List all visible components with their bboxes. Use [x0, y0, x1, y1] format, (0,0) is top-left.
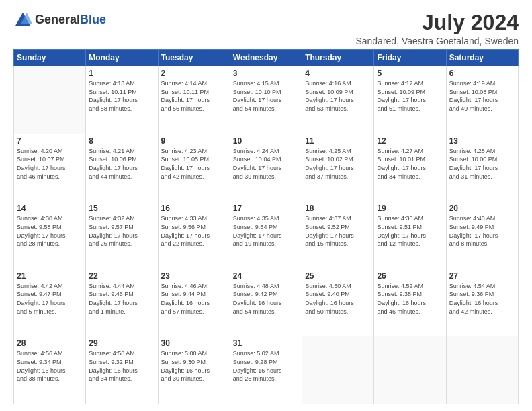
day-info: Sunrise: 4:48 AMSunset: 9:42 PMDaylight:… — [233, 282, 299, 316]
day-info: Sunrise: 4:24 AMSunset: 10:04 PMDaylight… — [233, 147, 299, 181]
day-info: Sunrise: 4:15 AMSunset: 10:10 PMDaylight… — [233, 79, 299, 113]
table-row: 5Sunrise: 4:17 AMSunset: 10:09 PMDayligh… — [374, 66, 446, 134]
table-row: 11Sunrise: 4:25 AMSunset: 10:02 PMDaylig… — [302, 134, 374, 201]
table-row: 8Sunrise: 4:21 AMSunset: 10:06 PMDayligh… — [86, 134, 158, 201]
table-row: 26Sunrise: 4:52 AMSunset: 9:38 PMDayligh… — [374, 269, 446, 336]
table-row: 1Sunrise: 4:13 AMSunset: 10:11 PMDayligh… — [86, 66, 158, 134]
table-row: 30Sunrise: 5:00 AMSunset: 9:30 PMDayligh… — [158, 336, 230, 404]
day-number: 10 — [233, 136, 299, 146]
day-info: Sunrise: 4:13 AMSunset: 10:11 PMDaylight… — [89, 79, 154, 113]
day-number: 8 — [89, 136, 154, 146]
day-info: Sunrise: 4:25 AMSunset: 10:02 PMDaylight… — [305, 147, 371, 181]
table-row — [302, 336, 374, 404]
day-number: 7 — [17, 136, 83, 146]
table-row: 16Sunrise: 4:33 AMSunset: 9:56 PMDayligh… — [158, 201, 230, 269]
day-number: 19 — [377, 203, 443, 213]
day-number: 31 — [233, 338, 299, 348]
day-info: Sunrise: 4:35 AMSunset: 9:54 PMDaylight:… — [233, 214, 299, 248]
calendar-week-row: 1Sunrise: 4:13 AMSunset: 10:11 PMDayligh… — [14, 66, 519, 134]
table-row: 18Sunrise: 4:37 AMSunset: 9:52 PMDayligh… — [302, 201, 374, 269]
day-number: 14 — [17, 203, 83, 213]
day-info: Sunrise: 4:58 AMSunset: 9:32 PMDaylight:… — [89, 349, 154, 383]
day-info: Sunrise: 4:40 AMSunset: 9:49 PMDaylight:… — [449, 214, 515, 248]
day-number: 27 — [449, 271, 515, 281]
table-row: 23Sunrise: 4:46 AMSunset: 9:44 PMDayligh… — [158, 269, 230, 336]
logo-blue: Blue — [80, 13, 106, 26]
day-info: Sunrise: 4:44 AMSunset: 9:46 PMDaylight:… — [89, 282, 154, 316]
col-wednesday: Wednesday — [230, 50, 302, 66]
day-info: Sunrise: 4:16 AMSunset: 10:09 PMDaylight… — [305, 79, 371, 113]
logo-icon — [13, 11, 32, 30]
table-row: 15Sunrise: 4:32 AMSunset: 9:57 PMDayligh… — [86, 201, 158, 269]
day-number: 28 — [17, 338, 83, 348]
logo-general: General — [35, 13, 80, 26]
day-info: Sunrise: 4:23 AMSunset: 10:05 PMDaylight… — [161, 147, 227, 181]
table-row — [374, 336, 446, 404]
col-tuesday: Tuesday — [158, 50, 230, 66]
day-info: Sunrise: 4:52 AMSunset: 9:38 PMDaylight:… — [377, 282, 443, 316]
table-row: 2Sunrise: 4:14 AMSunset: 10:11 PMDayligh… — [158, 66, 230, 134]
title-block: July 2024 Sandared, Vaestra Goetaland, S… — [355, 11, 519, 46]
calendar-week-row: 28Sunrise: 4:56 AMSunset: 9:34 PMDayligh… — [14, 336, 519, 404]
table-row: 31Sunrise: 5:02 AMSunset: 9:28 PMDayligh… — [230, 336, 302, 404]
day-number: 15 — [89, 203, 154, 213]
day-number: 26 — [377, 271, 443, 281]
table-row: 3Sunrise: 4:15 AMSunset: 10:10 PMDayligh… — [230, 66, 302, 134]
day-number: 4 — [305, 68, 371, 78]
day-number: 1 — [89, 68, 154, 78]
day-info: Sunrise: 4:46 AMSunset: 9:44 PMDaylight:… — [161, 282, 227, 316]
day-info: Sunrise: 5:02 AMSunset: 9:28 PMDaylight:… — [233, 349, 299, 383]
day-info: Sunrise: 4:38 AMSunset: 9:51 PMDaylight:… — [377, 214, 443, 248]
table-row: 7Sunrise: 4:20 AMSunset: 10:07 PMDayligh… — [14, 134, 86, 201]
table-row: 6Sunrise: 4:19 AMSunset: 10:08 PMDayligh… — [446, 66, 518, 134]
day-info: Sunrise: 4:20 AMSunset: 10:07 PMDaylight… — [17, 147, 83, 181]
day-info: Sunrise: 4:28 AMSunset: 10:00 PMDaylight… — [449, 147, 515, 181]
table-row: 24Sunrise: 4:48 AMSunset: 9:42 PMDayligh… — [230, 269, 302, 336]
table-row: 9Sunrise: 4:23 AMSunset: 10:05 PMDayligh… — [158, 134, 230, 201]
col-friday: Friday — [374, 50, 446, 66]
table-row: 22Sunrise: 4:44 AMSunset: 9:46 PMDayligh… — [86, 269, 158, 336]
col-sunday: Sunday — [14, 50, 86, 66]
table-row: 25Sunrise: 4:50 AMSunset: 9:40 PMDayligh… — [302, 269, 374, 336]
day-number: 16 — [161, 203, 227, 213]
table-row: 29Sunrise: 4:58 AMSunset: 9:32 PMDayligh… — [86, 336, 158, 404]
main-title: July 2024 — [355, 11, 519, 34]
day-number: 11 — [305, 136, 371, 146]
day-info: Sunrise: 4:56 AMSunset: 9:34 PMDaylight:… — [17, 349, 83, 383]
day-number: 25 — [305, 271, 371, 281]
day-info: Sunrise: 4:42 AMSunset: 9:47 PMDaylight:… — [17, 282, 83, 316]
day-info: Sunrise: 4:50 AMSunset: 9:40 PMDaylight:… — [305, 282, 371, 316]
col-saturday: Saturday — [446, 50, 518, 66]
col-thursday: Thursday — [302, 50, 374, 66]
col-monday: Monday — [86, 50, 158, 66]
page: GeneralBlue July 2024 Sandared, Vaestra … — [0, 0, 532, 411]
day-number: 30 — [161, 338, 227, 348]
table-row: 10Sunrise: 4:24 AMSunset: 10:04 PMDaylig… — [230, 134, 302, 201]
calendar-week-row: 7Sunrise: 4:20 AMSunset: 10:07 PMDayligh… — [14, 134, 519, 201]
header: GeneralBlue July 2024 Sandared, Vaestra … — [13, 11, 519, 46]
day-number: 24 — [233, 271, 299, 281]
day-number: 18 — [305, 203, 371, 213]
table-row — [14, 66, 86, 134]
day-info: Sunrise: 4:32 AMSunset: 9:57 PMDaylight:… — [89, 214, 154, 248]
day-info: Sunrise: 4:14 AMSunset: 10:11 PMDaylight… — [161, 79, 227, 113]
day-number: 2 — [161, 68, 227, 78]
table-row: 4Sunrise: 4:16 AMSunset: 10:09 PMDayligh… — [302, 66, 374, 134]
table-row: 13Sunrise: 4:28 AMSunset: 10:00 PMDaylig… — [446, 134, 518, 201]
day-info: Sunrise: 5:00 AMSunset: 9:30 PMDaylight:… — [161, 349, 227, 383]
table-row: 28Sunrise: 4:56 AMSunset: 9:34 PMDayligh… — [14, 336, 86, 404]
calendar-week-row: 14Sunrise: 4:30 AMSunset: 9:58 PMDayligh… — [14, 201, 519, 269]
table-row: 27Sunrise: 4:54 AMSunset: 9:36 PMDayligh… — [446, 269, 518, 336]
calendar-table: Sunday Monday Tuesday Wednesday Thursday… — [13, 49, 519, 404]
day-number: 3 — [233, 68, 299, 78]
day-info: Sunrise: 4:17 AMSunset: 10:09 PMDaylight… — [377, 79, 443, 113]
day-number: 20 — [449, 203, 515, 213]
day-info: Sunrise: 4:19 AMSunset: 10:08 PMDaylight… — [449, 79, 515, 113]
day-info: Sunrise: 4:54 AMSunset: 9:36 PMDaylight:… — [449, 282, 515, 316]
calendar-week-row: 21Sunrise: 4:42 AMSunset: 9:47 PMDayligh… — [14, 269, 519, 336]
day-number: 13 — [449, 136, 515, 146]
day-number: 6 — [449, 68, 515, 78]
day-number: 17 — [233, 203, 299, 213]
table-row: 14Sunrise: 4:30 AMSunset: 9:58 PMDayligh… — [14, 201, 86, 269]
table-row: 19Sunrise: 4:38 AMSunset: 9:51 PMDayligh… — [374, 201, 446, 269]
